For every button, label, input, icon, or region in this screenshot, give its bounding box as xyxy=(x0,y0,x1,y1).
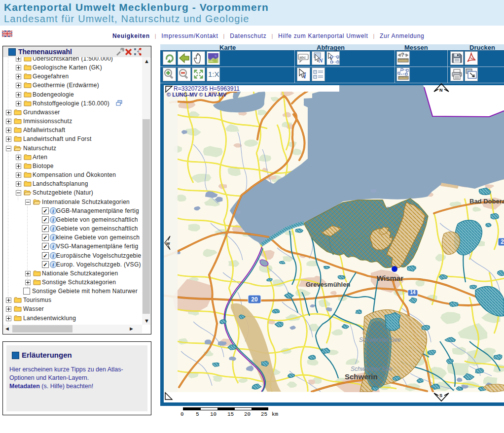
svg-text:14: 14 xyxy=(410,290,416,295)
svg-text:N: N xyxy=(439,88,443,93)
svg-text:Schweriner See: Schweriner See xyxy=(359,336,401,343)
svg-text:20: 20 xyxy=(251,296,258,303)
svg-text:Wismar: Wismar xyxy=(377,274,403,282)
svg-text:i: i xyxy=(304,71,306,80)
svg-text:1:X: 1:X xyxy=(208,70,219,78)
svg-text:N: N xyxy=(318,57,324,64)
svg-text:Bad Doberan: Bad Doberan xyxy=(469,198,504,205)
svg-text:Schwerin: Schwerin xyxy=(345,372,378,381)
svg-text:Schweriner See: Schweriner See xyxy=(351,366,393,372)
svg-text:20: 20 xyxy=(501,238,504,245)
svg-text:S: S xyxy=(439,393,442,398)
svg-text:abc: abc xyxy=(299,55,306,60)
svg-text:Grevesmühlen: Grevesmühlen xyxy=(306,281,350,288)
svg-text:W: W xyxy=(166,241,170,246)
